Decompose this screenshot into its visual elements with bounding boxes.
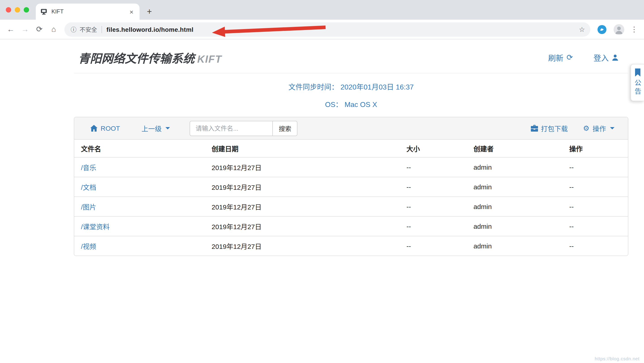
new-tab-button[interactable]: +	[143, 5, 156, 18]
window-minimize-button[interactable]	[15, 7, 20, 13]
page-content: 青阳网络文件传输系统KIFT 刷新 ⟳ 登入 文件同步时间： 2020年01月0…	[0, 39, 644, 363]
file-creator: admin	[467, 216, 562, 236]
file-link[interactable]: /课堂资料	[81, 223, 110, 230]
actions-label: 操作	[592, 124, 606, 133]
file-table-header-row: 文件名创建日期大小创建者操作	[74, 140, 628, 157]
column-header: 文件名	[74, 140, 205, 157]
announcement-label: 公告	[633, 79, 642, 96]
file-link[interactable]: /图片	[81, 203, 96, 211]
chevron-down-icon	[166, 127, 170, 129]
file-toolbar: ROOT 上一级 搜索 打包下载	[74, 117, 628, 140]
file-size: --	[400, 216, 467, 236]
column-header: 创建者	[467, 140, 562, 157]
os-label: OS：	[325, 101, 342, 108]
file-link[interactable]: /文档	[81, 184, 96, 191]
bookmark-star-icon[interactable]: ☆	[579, 25, 585, 33]
sync-time-label: 文件同步时间：	[288, 83, 338, 91]
file-size: --	[400, 177, 467, 197]
browser-home-icon[interactable]: ⌂	[48, 23, 60, 36]
user-icon	[612, 54, 618, 61]
tab-title: KIFT	[52, 9, 128, 15]
address-divider	[102, 26, 102, 33]
profile-avatar[interactable]	[614, 24, 624, 35]
file-date: 2019年12月27日	[205, 197, 400, 216]
root-link[interactable]: ROOT	[90, 124, 120, 132]
package-download-label: 打包下载	[541, 124, 568, 133]
file-action: --	[562, 177, 628, 197]
address-bar[interactable]: ⓘ 不安全 files.helloword.io/home.html ☆	[64, 22, 590, 37]
page-header: 青阳网络文件传输系统KIFT 刷新 ⟳ 登入	[74, 39, 628, 73]
refresh-label: 刷新	[548, 52, 564, 63]
file-link[interactable]: /音乐	[81, 164, 96, 171]
file-table: 文件名创建日期大小创建者操作 /音乐2019年12月27日--admin--/文…	[74, 140, 628, 256]
watermark-text: https://blog.csdn.net	[594, 356, 640, 361]
sync-time-value: 2020年01月03日 16:37	[340, 83, 414, 91]
sync-time-line: 文件同步时间： 2020年01月03日 16:37	[74, 81, 628, 92]
parent-folder-label: 上一级	[142, 124, 162, 133]
site-title: 青阳网络文件传输系统	[78, 52, 194, 65]
extension-icon[interactable]	[598, 25, 606, 34]
search-button[interactable]: 搜索	[273, 121, 298, 136]
security-label: 不安全	[80, 25, 97, 34]
refresh-icon: ⟳	[567, 53, 573, 62]
window-zoom-button[interactable]	[24, 7, 29, 13]
file-action: --	[562, 157, 628, 177]
file-panel: ROOT 上一级 搜索 打包下载	[74, 117, 628, 256]
file-size: --	[400, 197, 467, 216]
gear-icon: ⚙	[583, 125, 590, 132]
package-download-link[interactable]: 打包下载	[531, 124, 568, 133]
tab-close-icon[interactable]: ×	[128, 8, 135, 16]
search-group: 搜索	[190, 121, 298, 136]
file-creator: admin	[467, 157, 562, 177]
announcement-tab[interactable]: 公告	[630, 64, 644, 101]
tab-strip: KIFT × +	[0, 0, 644, 20]
back-icon[interactable]: ←	[4, 23, 17, 36]
search-input[interactable]	[190, 121, 273, 136]
table-row: /图片2019年12月27日--admin--	[74, 197, 628, 216]
login-link[interactable]: 登入	[594, 52, 618, 63]
file-creator: admin	[467, 177, 562, 197]
root-label: ROOT	[100, 124, 120, 132]
file-date: 2019年12月27日	[205, 216, 400, 236]
file-link[interactable]: /视频	[81, 243, 96, 250]
window-controls	[6, 7, 29, 13]
column-header: 创建日期	[205, 140, 400, 157]
file-table-body: /音乐2019年12月27日--admin--/文档2019年12月27日--a…	[74, 157, 628, 256]
browser-tab[interactable]: KIFT ×	[36, 4, 140, 20]
tab-favicon	[40, 8, 48, 15]
table-row: /音乐2019年12月27日--admin--	[74, 157, 628, 177]
file-date: 2019年12月27日	[205, 157, 400, 177]
column-header: 操作	[562, 140, 628, 157]
forward-icon[interactable]: →	[19, 23, 31, 36]
info-icon[interactable]: ⓘ	[71, 25, 76, 34]
reload-icon[interactable]: ⟳	[33, 23, 46, 36]
file-action: --	[562, 236, 628, 256]
file-action: --	[562, 216, 628, 236]
file-size: --	[400, 236, 467, 256]
table-row: /文档2019年12月27日--admin--	[74, 177, 628, 197]
url-text[interactable]: files.helloword.io/home.html	[106, 26, 194, 33]
table-row: /视频2019年12月27日--admin--	[74, 236, 628, 256]
column-header: 大小	[400, 140, 467, 157]
home-icon	[90, 125, 98, 132]
file-creator: admin	[467, 197, 562, 216]
file-size: --	[400, 157, 467, 177]
window-close-button[interactable]	[6, 7, 11, 13]
page-title: 青阳网络文件传输系统KIFT	[78, 49, 222, 66]
file-date: 2019年12月27日	[205, 177, 400, 197]
login-label: 登入	[594, 52, 609, 63]
actions-dropdown[interactable]: ⚙ 操作	[583, 124, 614, 133]
browser-menu-icon[interactable]: ⋮	[629, 25, 640, 34]
chevron-down-icon	[610, 127, 614, 129]
os-line: OS： Mac OS X	[74, 99, 628, 109]
bookmark-icon	[634, 69, 641, 77]
site-title-suffix: KIFT	[197, 53, 222, 65]
parent-folder-dropdown[interactable]: 上一级	[142, 124, 170, 133]
file-creator: admin	[467, 236, 562, 256]
browser-window: KIFT × + ← → ⟳ ⌂ ⓘ 不安全 files.helloword.i…	[0, 0, 644, 363]
file-action: --	[562, 197, 628, 216]
file-date: 2019年12月27日	[205, 236, 400, 256]
briefcase-icon	[531, 125, 538, 132]
os-value: Mac OS X	[344, 101, 377, 108]
refresh-link[interactable]: 刷新 ⟳	[548, 52, 573, 63]
